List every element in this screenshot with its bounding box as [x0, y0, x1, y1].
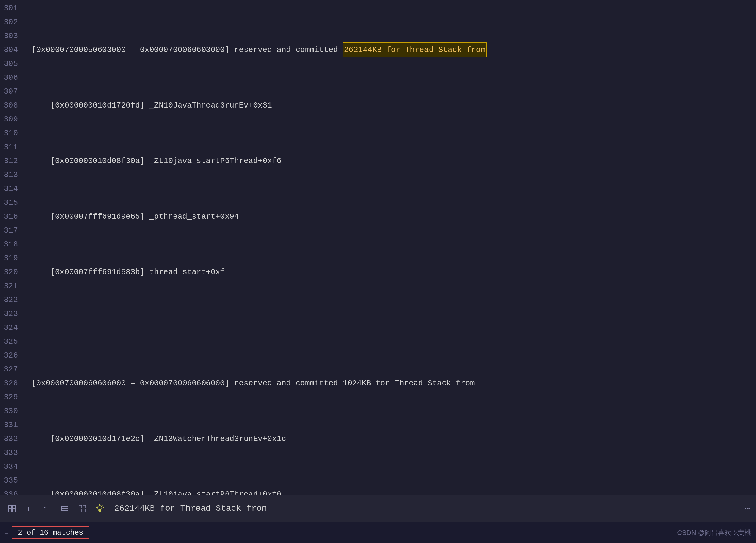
code-line-303: [0x000000010d08f30a] _ZL10java_startP6Th…: [31, 154, 756, 168]
line-307-text: [0x00007000060606000 – 0x000070006060600…: [31, 376, 475, 390]
grid-icon[interactable]: [76, 503, 88, 515]
toolbar-more-icon[interactable]: ⋯: [745, 503, 750, 514]
bulb-icon[interactable]: [94, 503, 106, 515]
bottom-toolbar: T ": [0, 495, 756, 522]
code-line-307: [0x00007000060606000 – 0x000070006060600…: [31, 376, 756, 390]
code-line-306: [31, 321, 756, 334]
svg-rect-1: [12, 505, 15, 508]
code-line-302: [0x000000010d1720fd] _ZN10JavaThread3run…: [31, 99, 756, 112]
line-num-313: 313: [0, 168, 18, 182]
line-num-315: 315: [0, 196, 18, 210]
line-num-334: 334: [0, 460, 18, 473]
line-num-309: 309: [0, 112, 18, 126]
code-line-304: [0x00007fff691d9e65] _pthread_start+0x94: [31, 210, 756, 224]
text-icon[interactable]: T: [24, 503, 36, 515]
line-num-308: 308: [0, 99, 18, 112]
line-num-321: 321: [0, 279, 18, 293]
line-num-303: 303: [0, 29, 18, 43]
line-303-text: [0x000000010d08f30a] _ZL10java_startP6Th…: [31, 154, 281, 168]
status-attribution: CSDN @阿昌喜欢吃黄桃: [677, 528, 751, 537]
quote-icon[interactable]: ": [41, 503, 53, 515]
svg-rect-3: [12, 509, 15, 512]
line-num-306: 306: [0, 71, 18, 85]
svg-text:T: T: [27, 505, 31, 512]
line-num-323: 323: [0, 307, 18, 321]
svg-rect-10: [79, 505, 82, 508]
block-icon[interactable]: [6, 503, 18, 515]
svg-rect-11: [83, 505, 86, 508]
code-container: 301 302 303 304 305 306 307 308 309 310 …: [0, 0, 756, 495]
line-304-text: [0x00007fff691d9e65] _pthread_start+0x94: [31, 210, 239, 224]
svg-rect-13: [83, 509, 86, 512]
line-num-326: 326: [0, 348, 18, 362]
line-num-307: 307: [0, 85, 18, 99]
line-num-301: 301: [0, 1, 18, 15]
line-num-331: 331: [0, 418, 18, 432]
line-num-302: 302: [0, 15, 18, 29]
line-num-305: 305: [0, 57, 18, 71]
line-num-320: 320: [0, 265, 18, 279]
line-302-text: [0x000000010d1720fd] _ZN10JavaThread3run…: [31, 99, 272, 112]
svg-rect-12: [79, 509, 82, 512]
line-num-312: 312: [0, 154, 18, 168]
line-numbers: 301 302 303 304 305 306 307 308 309 310 …: [0, 0, 24, 495]
status-bar: ≡ 2 of 16 matches CSDN @阿昌喜欢吃黄桃: [0, 522, 756, 543]
line-num-322: 322: [0, 293, 18, 307]
matches-badge: 2 of 16 matches: [12, 526, 89, 539]
code-line-301: [0x00007000050603000 – 0x000070006060300…: [31, 43, 756, 57]
line-num-324: 324: [0, 321, 18, 334]
editor-area: 301 302 303 304 305 306 307 308 309 310 …: [0, 0, 756, 522]
line-num-319: 319: [0, 251, 18, 265]
line-num-335: 335: [0, 473, 18, 487]
code-line-308: [0x000000010d171e2c] _ZN13WatcherThread3…: [31, 432, 756, 446]
toolbar-search-text: 262144KB for Thread Stack from: [114, 504, 267, 513]
line-num-318: 318: [0, 238, 18, 251]
line-num-314: 314: [0, 182, 18, 196]
status-bar-left-icon: ≡: [5, 529, 9, 536]
line-num-328: 328: [0, 376, 18, 390]
line-num-329: 329: [0, 390, 18, 404]
code-content: [0x00007000050603000 – 0x000070006060300…: [24, 0, 756, 495]
line-301-highlight: 262144KB for Thread Stack from: [343, 42, 487, 57]
line-num-317: 317: [0, 224, 18, 238]
svg-point-14: [98, 506, 102, 510]
line-num-327: 327: [0, 362, 18, 376]
code-line-305: [0x00007fff691d583b] thread_start+0xf: [31, 265, 756, 279]
line-num-336: 336: [0, 487, 18, 495]
line-301-prefix: [0x00007000050603000 – 0x000070006060300…: [31, 43, 343, 57]
line-num-304: 304: [0, 43, 18, 57]
line-num-316: 316: [0, 210, 18, 224]
line-num-311: 311: [0, 140, 18, 154]
line-305-text: [0x00007fff691d583b] thread_start+0xf: [31, 265, 225, 279]
line-num-325: 325: [0, 334, 18, 348]
svg-line-16: [102, 506, 103, 506]
list-icon[interactable]: [59, 503, 71, 515]
line-num-333: 333: [0, 446, 18, 460]
line-num-332: 332: [0, 432, 18, 446]
svg-rect-2: [9, 509, 12, 512]
svg-line-17: [97, 506, 97, 506]
line-308-text: [0x000000010d171e2c] _ZN13WatcherThread3…: [31, 432, 286, 446]
svg-text:": ": [44, 505, 47, 512]
code-line-309: [0x000000010d08f30a] _ZL10java_startP6Th…: [31, 487, 756, 495]
svg-rect-0: [9, 505, 12, 508]
line-num-330: 330: [0, 404, 18, 418]
line-num-310: 310: [0, 126, 18, 140]
line-309-text: [0x000000010d08f30a] _ZL10java_startP6Th…: [31, 487, 281, 495]
